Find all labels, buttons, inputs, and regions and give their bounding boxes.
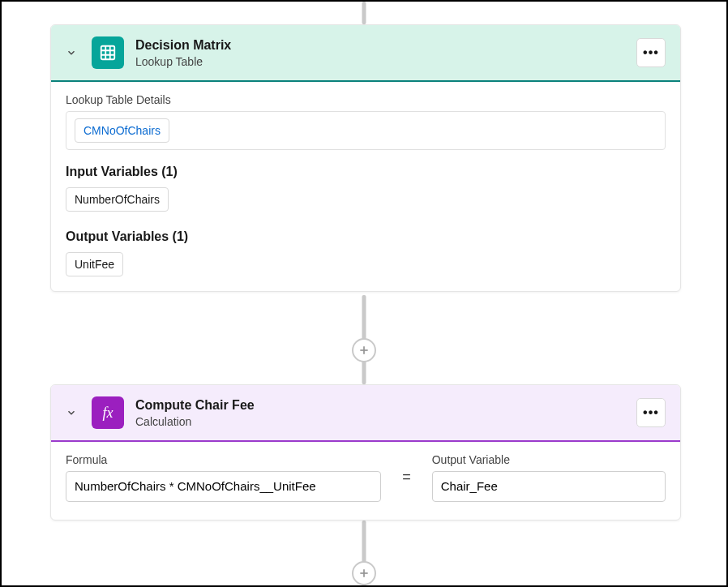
plus-icon <box>358 567 370 580</box>
output-variables-heading: Output Variables (1) <box>66 229 666 244</box>
node-titles: Compute Chair Fee Calculation <box>135 397 636 427</box>
formula-column: Formula <box>66 453 381 505</box>
more-icon: ••• <box>643 45 659 60</box>
connector-line <box>362 2 366 24</box>
output-column: Output Variable <box>432 453 666 505</box>
svg-rect-0 <box>101 46 115 60</box>
node-body: Formula = Output Variable <box>51 442 680 520</box>
calculation-node: fx Compute Chair Fee Calculation ••• For… <box>50 384 681 521</box>
decision-matrix-node: Decision Matrix Lookup Table ••• Lookup … <box>50 24 681 292</box>
formula-input[interactable] <box>66 471 381 502</box>
flow-canvas: Decision Matrix Lookup Table ••• Lookup … <box>0 0 728 587</box>
input-variable-chip[interactable]: NumberOfChairs <box>66 187 169 212</box>
node-body: Lookup Table Details CMNoOfChairs Input … <box>51 82 680 291</box>
node-title: Decision Matrix <box>135 37 636 53</box>
output-variable-label: Output Variable <box>432 453 666 466</box>
output-variable-input[interactable] <box>432 471 666 502</box>
chevron-down-icon <box>66 47 77 58</box>
collapse-toggle[interactable] <box>62 44 80 62</box>
lookup-table-icon <box>92 36 124 69</box>
more-icon: ••• <box>643 405 659 420</box>
node-subtitle: Calculation <box>135 415 636 428</box>
node-subtitle: Lookup Table <box>135 55 636 68</box>
node-titles: Decision Matrix Lookup Table <box>135 37 636 67</box>
add-node-button[interactable] <box>352 561 376 585</box>
node-title: Compute Chair Fee <box>135 397 636 413</box>
lookup-details-label: Lookup Table Details <box>66 93 666 106</box>
output-variable-chip[interactable]: UnitFee <box>66 252 123 276</box>
calculation-icon: fx <box>92 396 124 429</box>
node-header: Decision Matrix Lookup Table ••• <box>51 25 680 82</box>
plus-icon <box>358 344 370 357</box>
chevron-down-icon <box>66 407 77 418</box>
equals-sign: = <box>402 469 411 491</box>
lookup-details-chip[interactable]: CMNoOfChairs <box>75 118 169 143</box>
node-header: fx Compute Chair Fee Calculation ••• <box>51 385 680 442</box>
more-actions-button[interactable]: ••• <box>636 38 666 67</box>
input-variables-heading: Input Variables (1) <box>66 165 666 179</box>
add-node-button[interactable] <box>352 338 376 362</box>
lookup-details-field[interactable]: CMNoOfChairs <box>66 111 666 150</box>
fx-icon: fx <box>103 405 113 422</box>
formula-label: Formula <box>66 453 381 466</box>
more-actions-button[interactable]: ••• <box>636 398 666 427</box>
collapse-toggle[interactable] <box>62 404 80 422</box>
calculation-row: Formula = Output Variable <box>66 453 666 505</box>
